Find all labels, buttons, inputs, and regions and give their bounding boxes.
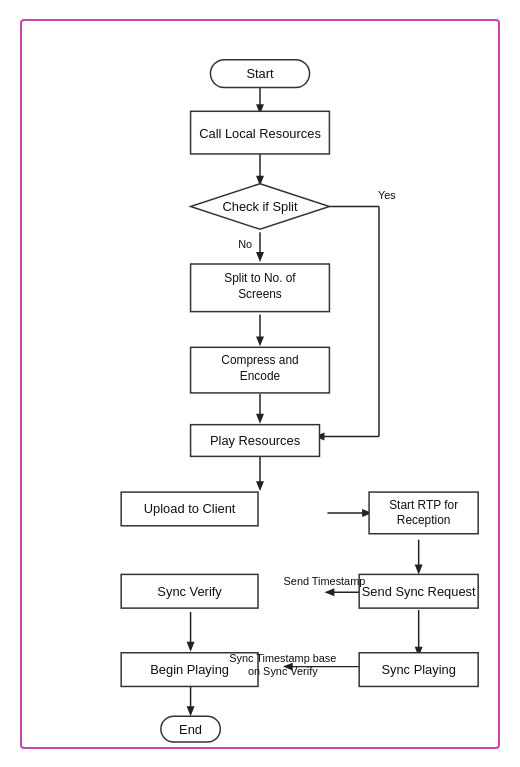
start-rtp-label2: Reception (397, 512, 451, 526)
svg-marker-9 (256, 413, 264, 423)
upload-label: Upload to Client (144, 501, 236, 516)
svg-marker-5 (256, 252, 264, 262)
svg-marker-23 (187, 641, 195, 651)
svg-marker-19 (415, 564, 423, 574)
compress-label1: Compress and (221, 353, 298, 367)
yes-label: Yes (378, 188, 396, 200)
compress-label2: Encode (240, 369, 281, 383)
split-screens-label1: Split to No. of (224, 270, 296, 284)
sync-verify-label: Sync Verify (157, 583, 222, 598)
end-label: End (179, 721, 202, 736)
sync-timestamp-label1: Sync Timestamp base (229, 651, 336, 663)
play-label: Play Resources (210, 433, 300, 448)
split-screens-label2: Screens (238, 286, 282, 300)
no-label: No (238, 238, 252, 250)
send-sync-label: Send Sync Request (362, 583, 476, 598)
svg-marker-21 (324, 588, 334, 596)
svg-marker-7 (256, 336, 264, 346)
diagram-container: Start Call Local Resources Check if Spli… (20, 19, 500, 749)
begin-playing-label: Begin Playing (150, 662, 229, 677)
sync-timestamp-label2: on Sync Verify (248, 664, 318, 676)
call-local-label: Call Local Resources (199, 125, 321, 140)
svg-marker-15 (256, 481, 264, 491)
check-split-label: Check if Split (222, 198, 298, 213)
start-rtp-label1: Start RTP for (389, 497, 458, 511)
sync-playing-label: Sync Playing (381, 662, 455, 677)
start-label: Start (246, 66, 274, 81)
svg-marker-29 (187, 706, 195, 716)
send-timestamp-label: Send Timestamp (284, 575, 366, 587)
